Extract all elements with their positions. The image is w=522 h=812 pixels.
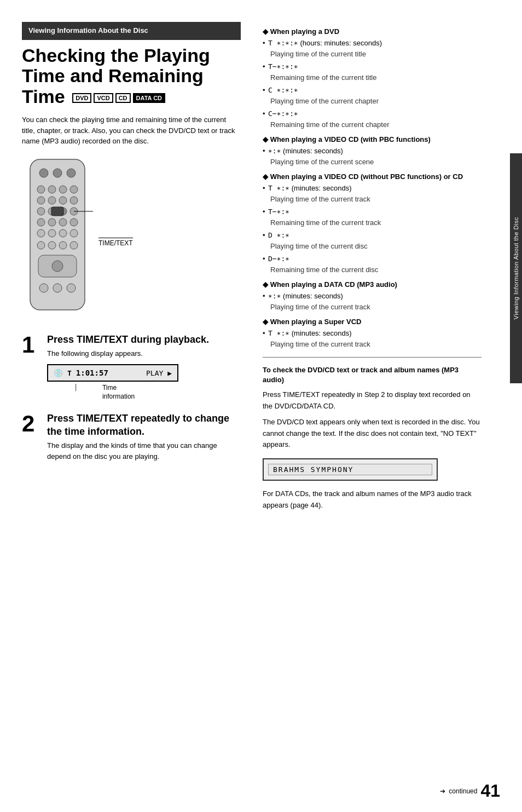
sub-section-para2: The DVD/CD text appears only when text i… — [263, 417, 482, 451]
header-box: Viewing Information About the Disc — [22, 22, 241, 40]
item-desc: Playing time of the current track — [263, 194, 482, 204]
time-text-label-area: TIME/TEXT — [98, 205, 133, 247]
page-bottom: ➔ continued 41 — [440, 781, 500, 801]
svg-point-8 — [37, 197, 45, 204]
brahms-display: BRAHMS SYMPHONY — [268, 464, 432, 475]
header-box-title: Viewing Information About the Disc — [28, 26, 148, 34]
display-time: 1:01:57 — [76, 368, 108, 377]
list-item: D ∗:∗ — [263, 230, 482, 241]
remote-area: TIME/TEXT — [22, 157, 241, 317]
svg-point-30 — [52, 261, 63, 272]
display-play: PLAY ▶ — [146, 369, 172, 377]
sub-section-title: To check the DVD/CD text or track and al… — [263, 365, 482, 385]
right-column: When playing a DVD T ∗:∗:∗ (hours: minut… — [252, 11, 492, 801]
data-cd-list: ∗:∗ (minutes: seconds) Playing time of t… — [263, 291, 482, 312]
list-item: T ∗:∗:∗ (hours: minutes: seconds) — [263, 38, 482, 49]
page-number: 41 — [480, 781, 500, 801]
title-line1: Checking the Playing — [22, 45, 241, 66]
svg-point-26 — [48, 241, 56, 249]
svg-point-31 — [39, 284, 48, 292]
list-item: C−∗:∗:∗ — [263, 108, 482, 120]
svg-point-9 — [48, 197, 56, 204]
display-track: T — [67, 369, 72, 377]
super-vcd-list: T ∗:∗ (minutes: seconds) Playing time of… — [263, 328, 482, 349]
display-box: 💿 T 1:01:57 PLAY ▶ — [47, 364, 178, 382]
svg-point-28 — [70, 241, 78, 249]
item-desc: Playing time of the current track — [263, 339, 482, 349]
item-desc: Playing time of the current chapter — [263, 96, 482, 106]
dvd-list: T ∗:∗:∗ (hours: minutes: seconds) Playin… — [263, 38, 482, 130]
svg-point-12 — [37, 208, 45, 215]
badge-vcd: VCD — [94, 93, 113, 103]
svg-point-1 — [39, 169, 48, 177]
section-vcd-pbc-header: When playing a VIDEO CD (with PBC functi… — [263, 135, 482, 143]
list-item: T−∗:∗:∗ — [263, 61, 482, 73]
title-line3: Time DVD VCD CD DATA CD — [22, 87, 241, 107]
description-text: You can check the playing time and remai… — [22, 114, 241, 147]
side-tab-text: Viewing Information About the Disc — [513, 217, 519, 319]
time-text-label: TIME/TEXT — [98, 238, 133, 247]
list-item: C ∗:∗:∗ — [263, 85, 482, 96]
display-cd-icon: 💿 — [54, 368, 63, 377]
time-info-label2: information — [102, 393, 135, 400]
svg-point-23 — [59, 229, 67, 237]
item-desc: Remaining time of the current chapter — [263, 120, 482, 130]
svg-point-10 — [59, 197, 67, 204]
continued-arrow: ➔ — [440, 787, 445, 795]
list-item: T−∗:∗ — [263, 206, 482, 218]
svg-point-33 — [67, 284, 76, 292]
section-data-cd: When playing a DATA CD (MP3 audio) ∗:∗ (… — [263, 280, 482, 312]
svg-point-20 — [70, 218, 78, 226]
svg-point-17 — [37, 218, 45, 226]
section-super-vcd: When playing a Super VCD T ∗:∗ (minutes:… — [263, 318, 482, 349]
list-item: D−∗:∗ — [263, 254, 482, 265]
divider — [263, 357, 482, 358]
sub-section: To check the DVD/CD text or track and al… — [263, 365, 482, 511]
item-desc: Playing time of the current disc — [263, 241, 482, 251]
svg-point-11 — [70, 197, 78, 204]
step-1-title: Press TIME/TEXT during playback. — [47, 333, 241, 346]
section-vcd-no-pbc: When playing a VIDEO CD (without PBC fun… — [263, 172, 482, 275]
list-item: ∗:∗ (minutes: seconds) — [263, 291, 482, 302]
section-dvd-header: When playing a DVD — [263, 27, 482, 36]
section-super-vcd-header: When playing a Super VCD — [263, 318, 482, 326]
item-desc: Remaining time of the current title — [263, 73, 482, 83]
svg-point-21 — [37, 229, 45, 237]
item-desc: Playing time of the current title — [263, 49, 482, 59]
section-dvd: When playing a DVD T ∗:∗:∗ (hours: minut… — [263, 27, 482, 130]
svg-point-4 — [37, 186, 45, 193]
list-item: ∗:∗ (minutes: seconds) — [263, 146, 482, 157]
item-desc: Remaining time of the current track — [263, 218, 482, 228]
svg-point-5 — [48, 186, 56, 193]
item-desc: Playing time of the current track — [263, 302, 482, 312]
list-item: T ∗:∗ (minutes: seconds) — [263, 328, 482, 339]
badge-dvd: DVD — [72, 93, 91, 103]
disc-badges: DVD VCD CD DATA CD — [72, 93, 165, 103]
svg-point-6 — [59, 186, 67, 193]
step-2-desc: The display and the kinds of time that y… — [47, 440, 241, 462]
svg-point-27 — [59, 241, 67, 249]
step-2-title: Press TIME/TEXT repeatedly to change the… — [47, 412, 241, 438]
svg-point-2 — [53, 169, 62, 177]
svg-point-32 — [53, 284, 62, 292]
badge-cd: CD — [115, 93, 131, 103]
svg-rect-16 — [51, 207, 63, 216]
title-line2: Time and Remaining — [22, 66, 241, 86]
svg-point-22 — [48, 229, 56, 237]
vcd-pbc-list: ∗:∗ (minutes: seconds) Playing time of t… — [263, 146, 482, 167]
vcd-no-pbc-list: T ∗:∗ (minutes: seconds) Playing time of… — [263, 183, 482, 275]
continued-label: continued — [449, 787, 477, 795]
step-1: 1 Press TIME/TEXT during playback. The f… — [22, 333, 241, 402]
main-title: Checking the Playing Time and Remaining … — [22, 45, 241, 107]
step-1-content: Press TIME/TEXT during playback. The fol… — [47, 333, 241, 402]
section-data-cd-header: When playing a DATA CD (MP3 audio) — [263, 280, 482, 289]
step-1-number: 1 — [22, 333, 42, 356]
svg-point-7 — [70, 186, 78, 193]
section-vcd-pbc: When playing a VIDEO CD (with PBC functi… — [263, 135, 482, 167]
svg-point-18 — [48, 218, 56, 226]
sub-section-para3: For DATA CDs, the track and album names … — [263, 488, 482, 511]
step-2-content: Press TIME/TEXT repeatedly to change the… — [47, 412, 241, 462]
time-info-label1: Time — [102, 384, 135, 391]
step-2-number: 2 — [22, 412, 42, 435]
time-arrow: │ — [74, 384, 78, 390]
